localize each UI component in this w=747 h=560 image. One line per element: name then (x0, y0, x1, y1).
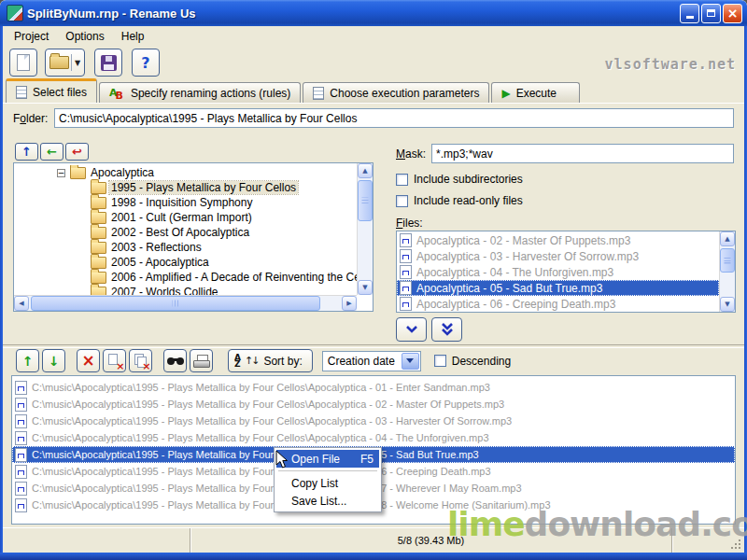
move-up-button[interactable]: ↑ (16, 349, 39, 372)
files-label: Files: (396, 217, 423, 230)
tab-execute[interactable]: Execute (491, 82, 580, 103)
collapse-toggle-icon[interactable] (57, 169, 65, 177)
context-open-file[interactable]: Open File F5 (276, 450, 379, 468)
mask-input[interactable] (431, 144, 734, 163)
file-item[interactable]: Apocalyptica - 02 - Master Of Puppets.mp… (397, 232, 719, 248)
scroll-down-icon[interactable]: ▼ (358, 280, 373, 295)
close-button[interactable]: × (723, 4, 742, 23)
audio-file-icon (15, 398, 27, 412)
folder-path-input[interactable] (54, 108, 734, 128)
list-item[interactable]: C:\music\Apocalyptica\1995 - Plays Metal… (12, 413, 735, 429)
watermark: limedownload.com (447, 505, 747, 543)
tab-execution-parameters[interactable]: Choose execution parameters (303, 82, 489, 103)
list-item[interactable]: C:\music\Apocalyptica\1995 - Plays Metal… (12, 396, 735, 413)
menu-bar: Project Options Help (3, 26, 744, 47)
find-button[interactable] (163, 349, 187, 372)
audio-file-icon (400, 297, 412, 311)
dropdown-arrow-icon[interactable] (402, 353, 419, 370)
folder-back-button[interactable]: ← (40, 143, 63, 161)
audio-file-icon (15, 448, 27, 462)
file-item-selected[interactable]: Apocalyptica - 05 - Sad But True.mp3 (397, 280, 719, 296)
files-list: Apocalyptica - 02 - Master Of Puppets.mp… (396, 231, 736, 313)
scroll-up-icon[interactable]: ▲ (720, 231, 735, 246)
include-readonly-label: Include read-only files (414, 194, 523, 207)
list-toolbar: ↑ ↓ × × × ↑↓ Sort by: Creation date (11, 348, 511, 373)
tree-node[interactable]: 2005 - Apocalyptica (14, 255, 357, 270)
tree-node[interactable]: 2001 - Cult (German Import) (14, 210, 357, 225)
scroll-thumb[interactable] (720, 248, 735, 273)
folder-up-button[interactable]: ↑ (15, 143, 38, 161)
minimize-button[interactable] (680, 4, 699, 23)
list-item[interactable]: C:\music\Apocalyptica\1995 - Plays Metal… (12, 429, 735, 446)
folder-undo-button[interactable]: ↩ (65, 143, 89, 161)
new-document-icon (17, 54, 30, 71)
mouse-cursor (275, 450, 289, 469)
help-button[interactable] (132, 49, 160, 77)
folder-icon (91, 257, 106, 269)
status-panel-left (3, 528, 190, 553)
tree-node[interactable]: 1998 - Inquisition Symphony (14, 195, 357, 210)
chevron-down-icon (404, 325, 419, 335)
scroll-right-icon[interactable]: ▶ (342, 296, 357, 311)
tree-node-selected[interactable]: 1995 - Plays Metallica by Four Cellos (14, 180, 357, 195)
descending-row: Descending (434, 355, 511, 368)
delete-button[interactable]: × (77, 349, 100, 372)
tree-node[interactable]: 2006 - Amplified - A Decade of Reinventi… (14, 270, 357, 285)
tree-node[interactable]: 2002 - Best Of Apocalyptica (14, 225, 357, 240)
context-copy-list[interactable]: Copy List (276, 474, 379, 492)
include-subdirectories-checkbox[interactable] (396, 174, 408, 186)
scroll-down-icon[interactable]: ▼ (720, 297, 735, 312)
add-all-button[interactable] (431, 317, 462, 342)
mask-label: Mask: (396, 147, 426, 161)
descending-label: Descending (452, 355, 511, 368)
save-project-button[interactable] (94, 49, 122, 77)
add-selected-button[interactable] (396, 317, 427, 342)
scroll-thumb[interactable] (31, 296, 320, 311)
tree-node[interactable]: 2003 - Reflections (14, 240, 357, 255)
context-save-list[interactable]: Save List... (276, 492, 379, 510)
audio-file-icon (15, 431, 27, 445)
maximize-button[interactable] (701, 4, 721, 23)
descending-checkbox[interactable] (434, 355, 446, 367)
tree-node-root[interactable]: Apocalyptica (14, 165, 357, 180)
file-item[interactable]: Apocalyptica - 03 - Harvester Of Sorrow.… (397, 248, 719, 264)
audio-file-icon (15, 465, 27, 479)
up-arrow-icon: ↑ (22, 355, 34, 368)
file-item[interactable]: Apocalyptica - 04 - The Unforgiven.mp3 (397, 264, 719, 280)
window-border-left (0, 26, 3, 560)
down-arrow-icon: ↓ (49, 355, 60, 368)
menu-help[interactable]: Help (113, 27, 153, 46)
new-project-button[interactable] (9, 49, 37, 77)
printer-icon (193, 355, 210, 368)
include-subdirectories-label: Include subdirectories (414, 173, 523, 186)
move-down-button[interactable]: ↓ (42, 349, 65, 372)
audio-file-icon (400, 233, 412, 247)
open-dropdown-arrow-icon[interactable]: ▼ (71, 54, 80, 71)
file-item[interactable]: Apocalyptica - 06 - Creeping Death.mp3 (397, 296, 719, 312)
help-icon (141, 54, 149, 72)
rename-ab-icon (109, 88, 125, 98)
list-item[interactable]: C:\music\Apocalyptica\1995 - Plays Metal… (12, 379, 735, 396)
tree-vertical-scrollbar[interactable]: ▲ ▼ (357, 163, 373, 295)
folder-icon (91, 197, 106, 209)
double-chevron-down-icon (440, 322, 455, 337)
scroll-up-icon[interactable]: ▲ (358, 163, 373, 178)
sort-field-dropdown[interactable]: Creation date (322, 351, 421, 371)
menu-separator (278, 470, 377, 471)
tab-renaming-actions[interactable]: Specify renaming actions (rules) (99, 82, 301, 103)
menu-options[interactable]: Options (57, 27, 112, 46)
print-button[interactable] (190, 349, 213, 372)
tab-select-files[interactable]: Select files (6, 78, 97, 103)
folder-tree: Apocalyptica 1995 - Plays Metallica by F… (13, 162, 374, 312)
tree-horizontal-scrollbar[interactable]: ◀ ▶ (14, 295, 357, 311)
open-project-button[interactable]: ▼ (45, 49, 85, 77)
include-readonly-checkbox[interactable] (396, 195, 408, 207)
remove-all-button[interactable]: × (129, 349, 152, 372)
tree-node[interactable]: 2007 - Worlds Collide (14, 285, 357, 295)
menu-project[interactable]: Project (6, 27, 57, 46)
sort-by-button[interactable]: ↑↓ Sort by: (228, 349, 313, 372)
scroll-left-icon[interactable]: ◀ (14, 296, 29, 311)
files-vertical-scrollbar[interactable]: ▲ ▼ (719, 231, 735, 312)
remove-file-button[interactable]: × (103, 349, 126, 372)
scroll-thumb[interactable] (358, 180, 373, 221)
